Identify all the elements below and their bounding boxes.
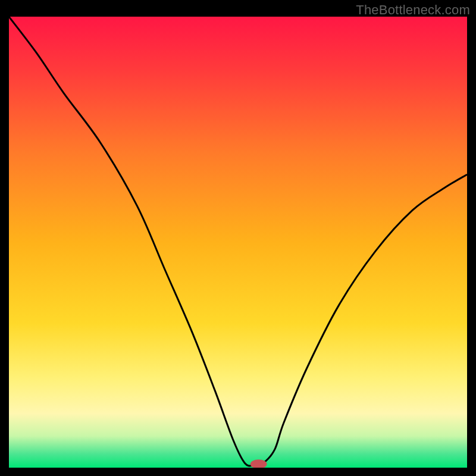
bottleneck-plot xyxy=(9,17,467,468)
watermark-text: TheBottleneck.com xyxy=(356,2,470,18)
gradient-background xyxy=(9,17,467,468)
chart-frame: TheBottleneck.com xyxy=(0,0,476,476)
